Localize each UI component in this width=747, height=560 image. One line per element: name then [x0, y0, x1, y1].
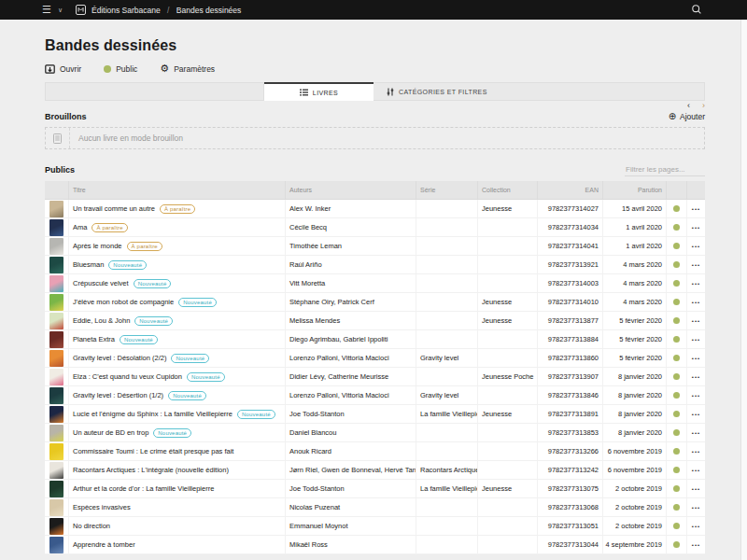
title-cell: Planeta ExtraNouveauté	[69, 330, 286, 348]
sliders-icon	[387, 88, 394, 96]
table-row[interactable]: Après le mondeÀ paraîtreTimothée Leman97…	[45, 237, 705, 256]
book-title: Crépuscule velvet	[73, 279, 129, 287]
tab-bar: LIVRES CATÉGORIES ET FILTRES	[45, 82, 705, 101]
ellipsis-menu-icon[interactable]: •••	[692, 486, 700, 492]
title-cell: Un auteur de BD en tropNouveauté	[69, 424, 286, 441]
published-dot-icon	[673, 504, 680, 511]
status-badge: À paraître	[92, 223, 127, 232]
table-row[interactable]: Commissaire Toumi : Le crime était presq…	[45, 442, 705, 461]
parution-cell: 8 janvier 2020	[603, 386, 667, 404]
title-cell: Gravity level : Désolation (2/2)Nouveaut…	[69, 349, 286, 367]
scrollbar[interactable]	[740, 20, 747, 560]
status-badge: Nouveauté	[237, 410, 275, 419]
tab-livres[interactable]: LIVRES	[264, 82, 374, 101]
settings-button[interactable]: ⚙ Paramètres	[160, 63, 215, 74]
authors-cell: Alex W. Inker	[286, 200, 416, 217]
ellipsis-menu-icon[interactable]: •••	[692, 449, 700, 455]
ellipsis-menu-icon[interactable]: •••	[692, 300, 700, 305]
row-menu-cell: •••	[687, 461, 705, 479]
title-cell: Elza : C'est quand tu veux CupidonNouvea…	[69, 368, 286, 385]
book-cover-thumbnail	[45, 274, 69, 292]
title-cell: Après le mondeÀ paraître	[69, 237, 286, 255]
title-cell: Lucie et l'énigme du Sphinx : La famille…	[69, 405, 286, 423]
table-row[interactable]: No directionEmmanuel Moynot9782377313051…	[45, 517, 705, 536]
ellipsis-menu-icon[interactable]: •••	[692, 262, 700, 268]
book-title: No direction	[73, 522, 110, 530]
table-row[interactable]: BluesmanNouveautéRaúl Ariño9782377313921…	[45, 256, 705, 274]
book-title: Elza : C'est quand tu veux Cupidon	[73, 372, 182, 381]
status-badge: Nouveauté	[168, 391, 206, 400]
published-status-cell	[667, 330, 687, 348]
serie-cell	[416, 293, 478, 311]
table-row[interactable]: Crépuscule velvetNouveautéVitt Moretta97…	[45, 274, 705, 293]
table-row[interactable]: AmaÀ paraîtreCécile Becq97823773140341 a…	[45, 218, 705, 237]
authors-cell: Timothée Leman	[286, 237, 416, 255]
breadcrumb-page[interactable]: Bandes dessinées	[176, 6, 241, 15]
book-cover-thumbnail	[45, 330, 69, 348]
ellipsis-menu-icon[interactable]: •••	[692, 356, 700, 361]
prev-page-icon[interactable]: ‹	[687, 101, 690, 110]
next-page-icon[interactable]: ›	[702, 101, 705, 110]
table-row[interactable]: Eddie, Lou & JohnNouveautéMelissa Mendes…	[45, 312, 705, 330]
public-status[interactable]: Public	[104, 64, 137, 74]
open-button[interactable]: Ouvrir	[45, 64, 81, 74]
status-badge: Nouveauté	[153, 428, 191, 438]
published-status-cell	[667, 218, 687, 236]
ellipsis-menu-icon[interactable]: •••	[692, 225, 700, 231]
page-search-box[interactable]	[45, 82, 264, 101]
table-row[interactable]: Racontars Arctiques : L'intégrale (nouve…	[45, 461, 705, 480]
table-row[interactable]: J'élève mon robot de compagnieNouveautéS…	[45, 293, 705, 312]
ellipsis-menu-icon[interactable]: •••	[692, 206, 700, 212]
row-menu-cell: •••	[687, 349, 705, 367]
authors-cell: Lorenzo Palloni, Vittoria Macioci	[286, 349, 416, 367]
table-row[interactable]: Espèces invasivesNicolas Puzenat97823773…	[45, 498, 705, 517]
status-badge: À paraître	[127, 242, 162, 251]
collection-cell	[478, 424, 538, 441]
ellipsis-menu-icon[interactable]: •••	[692, 430, 700, 436]
ean-cell: 9782377313853	[538, 424, 603, 441]
ellipsis-menu-icon[interactable]: •••	[692, 337, 700, 343]
ellipsis-menu-icon[interactable]: •••	[692, 244, 700, 249]
filter-pages-input[interactable]	[625, 163, 705, 176]
table-row[interactable]: Elza : C'est quand tu veux CupidonNouvea…	[45, 368, 705, 386]
add-book-button[interactable]: ⊕ Ajouter	[669, 112, 705, 121]
table-row[interactable]: Apprendre à tomberMikaël Ross97823773130…	[45, 536, 705, 554]
open-label: Ouvrir	[60, 64, 81, 74]
table-row[interactable]: Gravity level : Désolation (2/2)Nouveaut…	[45, 349, 705, 368]
ellipsis-menu-icon[interactable]: •••	[692, 318, 700, 324]
table-row[interactable]: Lucie et l'énigme du Sphinx : La famille…	[45, 405, 705, 424]
header-auteurs: Auteurs	[286, 181, 416, 199]
ellipsis-menu-icon[interactable]: •••	[692, 412, 700, 417]
title-cell: Gravity level : Désertion (1/2)Nouveauté	[69, 386, 286, 404]
table-row[interactable]: Planeta ExtraNouveautéDiego Agrimbau, Ga…	[45, 330, 705, 349]
book-cover-thumbnail	[45, 461, 69, 479]
ellipsis-menu-icon[interactable]: •••	[692, 505, 700, 511]
table-row[interactable]: Gravity level : Désertion (1/2)Nouveauté…	[45, 386, 705, 405]
workspace-logo-icon[interactable]	[76, 5, 86, 15]
ean-cell: 9782377313877	[538, 312, 603, 329]
row-menu-cell: •••	[687, 498, 705, 516]
table-row[interactable]: Un auteur de BD en tropNouveautéDaniel B…	[45, 424, 705, 442]
hamburger-menu-icon[interactable]: ☰	[42, 5, 51, 15]
book-cover-thumbnail	[45, 405, 69, 423]
ellipsis-menu-icon[interactable]: •••	[692, 374, 700, 380]
serie-cell: Gravity level	[416, 349, 478, 367]
ellipsis-menu-icon[interactable]: •••	[692, 468, 700, 473]
serie-cell	[416, 517, 478, 535]
published-dot-icon	[673, 373, 680, 380]
ellipsis-menu-icon[interactable]: •••	[692, 542, 700, 548]
search-icon[interactable]	[691, 4, 702, 15]
table-row[interactable]: Arthur et la corde d'or : La famille Vie…	[45, 480, 705, 498]
published-status-cell	[667, 256, 687, 273]
ellipsis-menu-icon[interactable]: •••	[692, 281, 700, 287]
book-cover-thumbnail	[45, 424, 69, 441]
book-title: Planeta Extra	[73, 335, 115, 343]
table-row[interactable]: Un travail comme un autreÀ paraîtreAlex …	[45, 200, 705, 218]
ellipsis-menu-icon[interactable]: •••	[692, 524, 700, 529]
published-status-cell	[667, 405, 687, 423]
published-dot-icon	[673, 243, 680, 249]
ellipsis-menu-icon[interactable]: •••	[692, 393, 700, 399]
tab-categories-et-filtres[interactable]: CATÉGORIES ET FILTRES	[374, 82, 705, 101]
breadcrumb-workspace[interactable]: Éditions Sarbacane	[92, 6, 161, 15]
chevron-down-icon[interactable]: ∨	[58, 7, 63, 14]
